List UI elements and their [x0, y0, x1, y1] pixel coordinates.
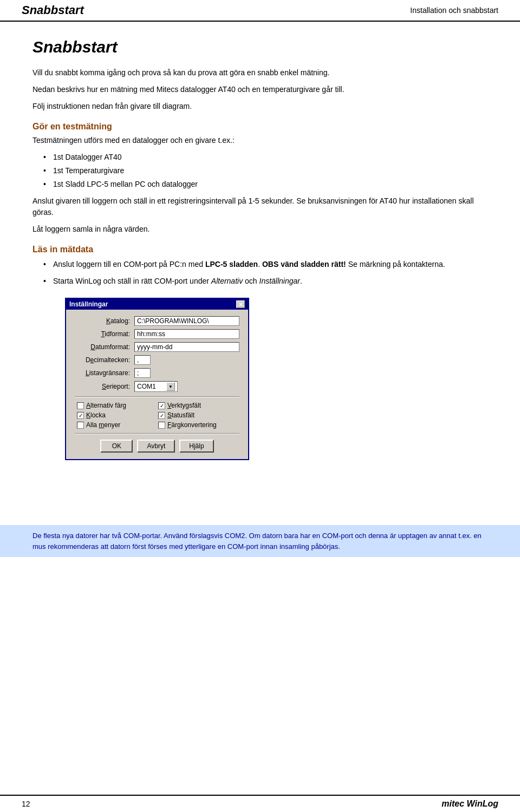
footer-note: De flesta nya datorer har två COM-portar…: [0, 525, 520, 557]
main-content: Snabbstart Vill du snabbt komma igång oc…: [0, 22, 520, 514]
section1-heading: Gör en testmätning: [32, 122, 487, 132]
listavgransare-label: Listavgränsare:: [75, 369, 134, 377]
bullet2-text: Starta WinLog och ställ in rätt COM-port…: [53, 277, 302, 285]
dialog-buttons: OK Avbryt Hjälp: [75, 440, 239, 453]
serieport-dropdown[interactable]: COM1 ▼: [134, 381, 178, 392]
datumformat-input[interactable]: yyyy-mm-dd: [134, 342, 239, 352]
dialog-titlebar: Inställningar ✕: [66, 299, 248, 310]
section2-heading: Läs in mätdata: [32, 245, 487, 254]
footer-note-text: De flesta nya datorer har två COM-portar…: [32, 532, 482, 551]
intro-p3: Följ instruktionen nedan från givare til…: [32, 101, 487, 112]
tidformat-row: Tidformat: hh:mm:ss: [75, 329, 239, 339]
list-item: Starta WinLog och ställ in rätt COM-port…: [43, 276, 487, 287]
header-section-title: Installation och snabbstart: [410, 6, 498, 15]
statusfalt-label: Statusfält: [167, 411, 194, 419]
page-number: 12: [22, 800, 30, 808]
intro-p1: Vill du snabbt komma igång och prova så …: [32, 67, 487, 78]
bullet1-text1: Anslut loggern till en COM-port på PC:n …: [53, 260, 445, 269]
klocka-label: Klocka: [86, 411, 106, 419]
decimaltecken-row: Decimaltecken: ,: [75, 355, 239, 365]
alla-menyer-checkbox[interactable]: [77, 422, 84, 429]
section1-text2: Låt loggern samla in några värden.: [32, 224, 487, 235]
brand-name: mitec WinLog: [441, 799, 498, 809]
fargkonvertering-checkbox[interactable]: [158, 422, 165, 429]
katalog-label: Katalog:: [75, 317, 134, 325]
dialog-title: Inställningar: [69, 300, 108, 308]
ok-button[interactable]: OK: [100, 440, 133, 453]
serieport-dropdown-container: COM1 ▼: [134, 381, 178, 392]
dialog-wrapper: Inställningar ✕ Katalog: C:\PROGRAM\WINL…: [65, 298, 487, 460]
katalog-input[interactable]: C:\PROGRAM\WINLOG\: [134, 316, 239, 326]
tidformat-input[interactable]: hh:mm:ss: [134, 329, 239, 339]
list-item: 1st Temperaturgivare: [43, 165, 487, 176]
dialog-divider: [75, 396, 239, 397]
checkbox-statusfalt: Statusfält: [158, 411, 237, 419]
section2-bullet-list: Anslut loggern till en COM-port på PC:n …: [43, 259, 487, 287]
statusfalt-checkbox[interactable]: [158, 412, 165, 419]
tidformat-label: Tidformat:: [75, 330, 134, 338]
dropdown-arrow-icon[interactable]: ▼: [166, 382, 175, 391]
hjalp-button[interactable]: Hjälp: [179, 440, 213, 453]
alternativ-farg-label: Alternativ färg: [86, 402, 126, 409]
checkboxes-grid: Alternativ färg Verktygsfält Klocka Stat…: [75, 402, 239, 429]
checkbox-alternativ-farg: Alternativ färg: [77, 402, 156, 409]
settings-dialog: Inställningar ✕ Katalog: C:\PROGRAM\WINL…: [65, 298, 249, 460]
dialog-divider2: [75, 433, 239, 434]
page-title: Snabbstart: [32, 38, 487, 56]
checkbox-verktygsfalt: Verktygsfält: [158, 402, 237, 409]
list-item: Anslut loggern till en COM-port på PC:n …: [43, 259, 487, 270]
alla-menyer-label: Alla menyer: [86, 421, 120, 429]
listavgransare-input[interactable]: ;: [134, 368, 151, 378]
avbryt-button[interactable]: Avbryt: [137, 440, 175, 453]
katalog-row: Katalog: C:\PROGRAM\WINLOG\: [75, 316, 239, 326]
section1-bullet-list: 1st Datalogger AT40 1st Temperaturgivare…: [43, 152, 487, 190]
page-footer: 12 mitec WinLog: [0, 795, 520, 812]
list-item: 1st Sladd LPC-5 mellan PC och datalogger: [43, 179, 487, 190]
decimaltecken-input[interactable]: ,: [134, 355, 151, 365]
intro-p2: Nedan beskrivs hur en mätning med Mitecs…: [32, 84, 487, 95]
section1-intro: Testmätningen utförs med en datalogger o…: [32, 135, 487, 146]
listavgransare-row: Listavgränsare: ;: [75, 368, 239, 378]
datumformat-row: Datumformat: yyyy-mm-dd: [75, 342, 239, 352]
checkbox-alla-menyer: Alla menyer: [77, 421, 156, 429]
decimaltecken-label: Decimaltecken:: [75, 356, 134, 364]
dialog-body: Katalog: C:\PROGRAM\WINLOG\ Tidformat: h…: [66, 310, 248, 459]
serieport-row: Serieport: COM1 ▼: [75, 381, 239, 392]
header-chapter-title: Snabbstart: [22, 3, 84, 17]
close-button[interactable]: ✕: [236, 300, 245, 308]
datumformat-label: Datumformat:: [75, 343, 134, 351]
alternativ-farg-checkbox[interactable]: [77, 402, 84, 409]
page-header: Snabbstart Installation och snabbstart: [0, 0, 520, 22]
serieport-value: COM1: [137, 383, 156, 390]
verktygsfalt-label: Verktygsfält: [167, 402, 201, 409]
checkbox-fargkonvertering: Färgkonvertering: [158, 421, 237, 429]
serieport-label: Serieport:: [75, 383, 134, 390]
checkbox-klocka: Klocka: [77, 411, 156, 419]
fargkonvertering-label: Färgkonvertering: [167, 421, 217, 429]
verktygsfalt-checkbox[interactable]: [158, 402, 165, 409]
section1-text1: Anslut givaren till loggern och ställ in…: [32, 195, 487, 218]
klocka-checkbox[interactable]: [77, 412, 84, 419]
titlebar-buttons: ✕: [236, 300, 245, 308]
list-item: 1st Datalogger AT40: [43, 152, 487, 163]
